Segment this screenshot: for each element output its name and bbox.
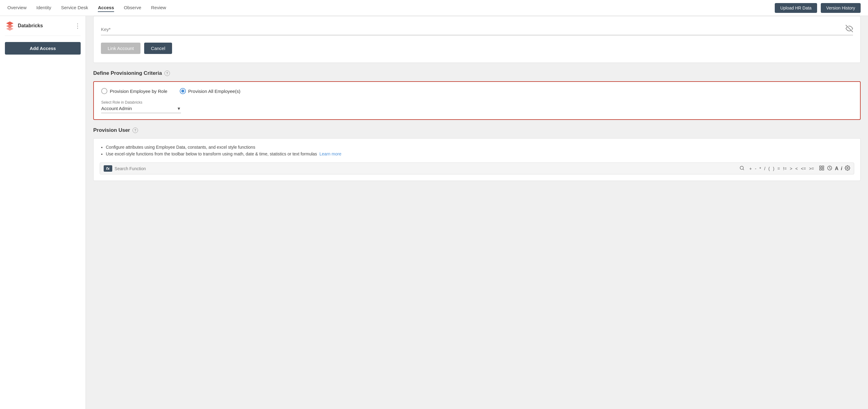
op-greater-eq[interactable]: >= xyxy=(809,166,814,171)
radio-row: Provision Employee by Role Provision All… xyxy=(101,88,852,94)
main-content: Link Account Cancel Define Provisioning … xyxy=(86,16,868,409)
clock-icon[interactable] xyxy=(827,165,832,172)
databricks-logo-icon xyxy=(5,21,15,31)
radio-all-employees-label: Provision All Employee(s) xyxy=(188,89,241,94)
op-greater[interactable]: > xyxy=(790,166,792,171)
provisioning-section-header: Define Provisioning Criteria ? xyxy=(93,70,861,76)
provision-user-header: Provision User ? xyxy=(93,127,861,133)
grid-icon[interactable] xyxy=(819,165,825,172)
role-select-label: Select Role in Databricks xyxy=(101,100,852,104)
provisioning-help-icon[interactable]: ? xyxy=(164,70,170,76)
provision-user-bullets: Configure attributes using Employee Data… xyxy=(100,145,854,156)
radio-all-employees-circle[interactable] xyxy=(180,88,186,94)
svg-marker-2 xyxy=(6,27,13,31)
svg-rect-6 xyxy=(819,166,821,167)
radio-all-employees[interactable]: Provision All Employee(s) xyxy=(180,88,241,94)
role-select-row[interactable]: Account Admin ▼ xyxy=(101,106,181,113)
svg-rect-8 xyxy=(819,169,821,170)
settings-icon[interactable] xyxy=(845,165,850,172)
op-not-equals[interactable]: != xyxy=(783,166,787,171)
add-access-button[interactable]: Add Access xyxy=(5,42,81,55)
criteria-box: Provision Employee by Role Provision All… xyxy=(93,81,861,120)
search-function-input[interactable] xyxy=(115,166,737,171)
provision-user-title: Provision User xyxy=(93,127,130,133)
learn-more-link[interactable]: Learn more xyxy=(319,152,341,156)
sidebar-brand: Databricks xyxy=(5,21,43,31)
search-icon[interactable] xyxy=(740,165,744,171)
cancel-button[interactable]: Cancel xyxy=(144,42,172,54)
radio-by-role[interactable]: Provision Employee by Role xyxy=(101,88,167,94)
provisioning-section: Define Provisioning Criteria ? Provision… xyxy=(93,70,861,120)
version-history-button[interactable]: Version History xyxy=(821,3,861,13)
op-close-paren[interactable]: ) xyxy=(773,166,774,171)
svg-rect-9 xyxy=(822,169,824,170)
op-open-paren[interactable]: ( xyxy=(768,166,770,171)
role-select-value: Account Admin xyxy=(101,106,174,111)
brand-name: Databricks xyxy=(18,23,43,29)
nav-access[interactable]: Access xyxy=(98,4,114,12)
op-multiply[interactable]: * xyxy=(760,166,761,171)
eye-icon[interactable] xyxy=(846,25,853,34)
provisioning-title: Define Provisioning Criteria xyxy=(93,70,162,76)
link-account-button[interactable]: Link Account xyxy=(101,42,141,54)
sidebar: Databricks ⋮ Add Access xyxy=(0,16,86,409)
text-icon[interactable]: A xyxy=(835,166,839,171)
provision-user-card: Configure attributes using Employee Data… xyxy=(93,138,861,181)
formula-bar: fx + - * / ( ) = != xyxy=(100,162,854,175)
nav-service-desk[interactable]: Service Desk xyxy=(61,4,88,12)
dropdown-arrow-icon: ▼ xyxy=(177,106,181,111)
top-nav: Overview Identity Service Desk Access Ob… xyxy=(0,0,868,16)
info-icon[interactable]: i xyxy=(841,166,842,171)
nav-review[interactable]: Review xyxy=(151,4,166,12)
op-less-eq[interactable]: <= xyxy=(801,166,806,171)
svg-rect-7 xyxy=(822,166,824,167)
svg-line-5 xyxy=(743,169,744,170)
op-minus[interactable]: - xyxy=(755,166,756,171)
op-plus[interactable]: + xyxy=(749,166,752,171)
toolbar-ops: + - * / ( ) = != > < <= >= xyxy=(749,166,814,171)
key-input[interactable] xyxy=(101,27,846,32)
role-select-area: Select Role in Databricks Account Admin … xyxy=(101,100,852,113)
provision-user-help-icon[interactable]: ? xyxy=(132,128,138,133)
nav-identity[interactable]: Identity xyxy=(36,4,51,12)
bullet-2: Use excel-style functions from the toolb… xyxy=(106,152,854,156)
fx-badge: fx xyxy=(104,165,112,172)
svg-point-11 xyxy=(847,167,848,169)
upload-hr-data-button[interactable]: Upload HR Data xyxy=(775,3,817,13)
layout: Databricks ⋮ Add Access Link xyxy=(0,16,868,409)
sidebar-header: Databricks ⋮ xyxy=(5,21,81,36)
op-divide[interactable]: / xyxy=(764,166,765,171)
nav-links: Overview Identity Service Desk Access Ob… xyxy=(7,4,166,12)
nav-right: Upload HR Data Version History xyxy=(775,3,861,13)
radio-by-role-label: Provision Employee by Role xyxy=(110,89,167,94)
key-input-row xyxy=(101,25,853,35)
bullet-1: Configure attributes using Employee Data… xyxy=(106,145,854,150)
nav-observe[interactable]: Observe xyxy=(124,4,142,12)
provision-user-section: Provision User ? Configure attributes us… xyxy=(93,127,861,181)
btn-row: Link Account Cancel xyxy=(101,42,853,54)
key-section-card: Link Account Cancel xyxy=(93,16,861,63)
sidebar-more-menu[interactable]: ⋮ xyxy=(74,22,81,29)
op-equals[interactable]: = xyxy=(777,166,780,171)
op-less[interactable]: < xyxy=(795,166,798,171)
radio-by-role-circle[interactable] xyxy=(101,88,107,94)
nav-overview[interactable]: Overview xyxy=(7,4,27,12)
